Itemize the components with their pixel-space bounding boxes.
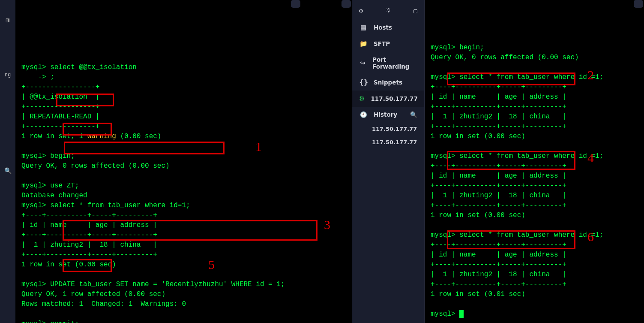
history-item[interactable]: 117.50.177.77 — [352, 136, 424, 149]
sidebar-item-sftp[interactable]: 📁 SFTP — [352, 36, 424, 52]
search-icon[interactable]: 🔍 — [410, 111, 417, 118]
terminal-left-content: mysql> select @@tx_isolation -> ;+------… — [21, 63, 346, 323]
history-icon: 🕘 — [359, 111, 368, 118]
annotation-3: 3 — [324, 220, 330, 229]
folder-icon: 📁 — [359, 40, 368, 48]
sidebar-item-history[interactable]: 🕘 History 🔍 — [352, 107, 424, 122]
forward-icon: ↪ — [359, 59, 366, 67]
sidebar-item-active-host[interactable]: ⚙ 117.50.177.77 — [352, 91, 424, 107]
terminal-right[interactable]: mysql> begin;Query OK, 0 rows affected (… — [425, 0, 644, 323]
search-icon[interactable]: 🔍 — [0, 167, 15, 175]
annotation-2: 2 — [587, 70, 594, 80]
sidebar-item-label: Snippets — [374, 79, 402, 86]
annotation-5: 5 — [208, 260, 215, 269]
sidebar-item-label: History — [374, 111, 397, 118]
panel-icon[interactable]: ◨ — [0, 16, 15, 24]
panel-cut-label: ng — [0, 72, 15, 78]
toolbar-button[interactable] — [291, 0, 300, 8]
sidebar-panel: ⚙ ⛭ ▢ ▤ Hosts 📁 SFTP ↪ Port Forwarding {… — [352, 0, 425, 323]
toolbar-button[interactable] — [341, 0, 351, 8]
left-gutter: ◨ ng 🔍 — [0, 0, 15, 323]
active-gear-icon: ⚙ — [359, 95, 365, 103]
sidebar-item-label: SFTP — [374, 40, 390, 47]
sidebar-item-port-forwarding[interactable]: ↪ Port Forwarding — [352, 52, 424, 74]
sidebar-top-icons: ⚙ ⛭ ▢ — [352, 4, 424, 19]
toolbar-button[interactable] — [634, 0, 643, 8]
sidebar-item-hosts[interactable]: ▤ Hosts — [352, 19, 424, 36]
terminal-right-content: mysql> begin;Query OK, 0 rows affected (… — [431, 43, 638, 319]
terminal-left[interactable]: mysql> select @@tx_isolation -> ;+------… — [15, 0, 352, 323]
sidebar-item-label: 117.50.177.77 — [371, 95, 417, 102]
card-icon[interactable]: ▢ — [413, 7, 417, 15]
sidebar-item-label: Port Forwarding — [372, 56, 417, 70]
annotation-4: 4 — [587, 153, 594, 163]
sidebar-item-snippets[interactable]: {} Snippets — [352, 74, 424, 91]
annotation-6: 6 — [587, 232, 594, 241]
hosts-icon: ▤ — [359, 24, 368, 31]
layout-icon[interactable]: ⛭ — [385, 7, 392, 15]
snippets-icon: {} — [359, 78, 368, 86]
sidebar-item-label: Hosts — [374, 24, 392, 31]
annotation-1: 1 — [255, 142, 262, 151]
gear-icon[interactable]: ⚙ — [359, 7, 363, 15]
history-item[interactable]: 117.50.177.77 — [352, 122, 424, 136]
